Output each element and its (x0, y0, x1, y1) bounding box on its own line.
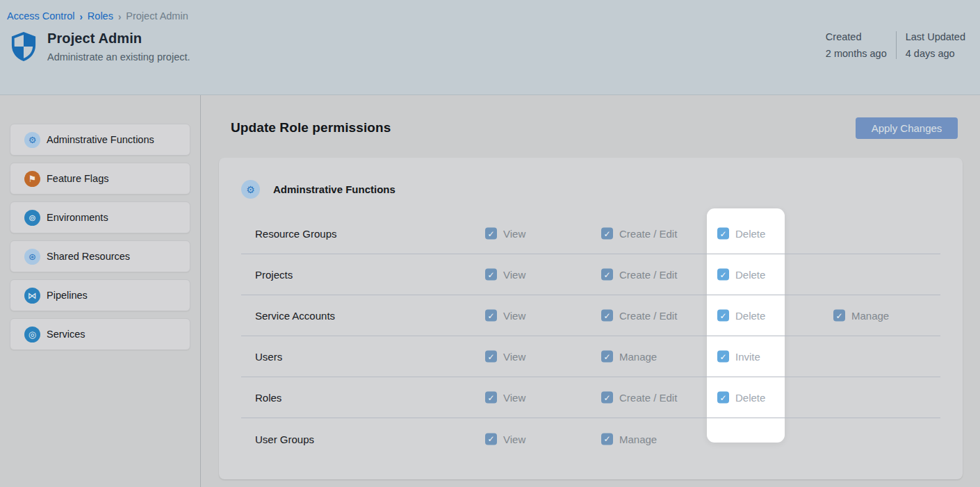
permission-label: View (503, 269, 525, 281)
permission-label: Manage (619, 351, 657, 363)
permission-label: View (503, 351, 525, 363)
checkbox[interactable]: ✓ (601, 433, 613, 445)
permission-label: Delete (735, 392, 765, 404)
permission-cell: ✓ View (485, 351, 525, 363)
check-icon: ✓ (487, 393, 494, 402)
meta-label: Last Updated (906, 31, 965, 42)
breadcrumb-separator-icon: › (80, 10, 83, 22)
header: Access Control›Roles›Project Admin Proje… (0, 0, 980, 95)
sidebar-item[interactable]: ⋈ Pipelines (10, 279, 190, 311)
checkbox[interactable]: ✓ (717, 351, 729, 363)
permission-cell: ✓ View (485, 310, 525, 322)
checkbox[interactable]: ✓ (717, 392, 729, 404)
flag-icon: ⚑ (24, 171, 40, 187)
services-icon: ◎ (24, 327, 40, 342)
permission-cell: ✓ Delete (717, 310, 765, 322)
permission-label: Invite (735, 351, 760, 363)
row-label: Service Accounts (255, 310, 335, 322)
meta-value: 2 months ago (826, 48, 887, 59)
check-icon: ✓ (603, 393, 610, 402)
checkbox[interactable]: ✓ (601, 351, 613, 363)
permission-cell: ✓ Create / Edit (601, 228, 677, 240)
sidebar-item[interactable]: ⚑ Feature Flags (10, 163, 190, 195)
breadcrumb-link[interactable]: Roles (88, 10, 113, 22)
sidebar-item[interactable]: ⊚ Environments (10, 201, 190, 233)
checkbox[interactable]: ✓ (717, 269, 729, 281)
permission-label: Create / Edit (619, 310, 677, 322)
pipeline-icon: ⋈ (24, 288, 40, 304)
permission-label: Create / Edit (619, 392, 677, 404)
sidebar-item-label: Environments (47, 212, 108, 223)
row-label: Resource Groups (255, 228, 337, 240)
checkbox[interactable]: ✓ (601, 392, 613, 404)
check-icon: ✓ (719, 229, 726, 238)
sidebar-item-label: Services (47, 329, 85, 340)
card-header: ⚙ Adminstrative Functions (241, 180, 940, 199)
check-icon: ✓ (487, 435, 494, 443)
checkbox[interactable]: ✓ (833, 310, 845, 322)
table-row: Users ✓ View ✓ Manage ✓ Invite (241, 336, 940, 377)
checkbox[interactable]: ✓ (601, 228, 613, 240)
breadcrumb: Access Control›Roles›Project Admin (7, 10, 980, 22)
checkbox[interactable]: ✓ (601, 269, 613, 281)
check-icon: ✓ (719, 311, 726, 320)
permission-label: Delete (735, 269, 765, 281)
table-row: Roles ✓ View ✓ Create / Edit ✓ Delete (241, 377, 940, 418)
check-icon: ✓ (603, 435, 610, 443)
checkbox[interactable]: ✓ (485, 269, 497, 281)
sidebar-item[interactable]: ◎ Services (10, 318, 190, 350)
permission-label: Create / Edit (619, 228, 677, 240)
permission-cell: ✓ Delete (717, 392, 765, 404)
check-icon: ✓ (487, 229, 494, 238)
permission-label: Manage (851, 310, 889, 322)
checkbox[interactable]: ✓ (601, 310, 613, 322)
body: ⚙ Adminstrative Functions ⚑ Feature Flag… (0, 95, 980, 487)
meta-column: Last Updated 4 days ago (896, 31, 974, 59)
row-label: Users (255, 351, 282, 363)
check-icon: ✓ (487, 311, 494, 320)
checkbox[interactable]: ✓ (485, 228, 497, 240)
apply-changes-button[interactable]: Apply Changes (856, 117, 958, 139)
permission-cell: ✓ Manage (833, 310, 889, 322)
permission-cell: ✓ Manage (601, 351, 657, 363)
permissions-card: ⚙ Adminstrative Functions Resource Group… (219, 158, 963, 479)
permission-label: View (503, 310, 525, 322)
checkbox[interactable]: ✓ (717, 228, 729, 240)
checkbox[interactable]: ✓ (485, 392, 497, 404)
permission-label: Create / Edit (619, 269, 677, 281)
breadcrumb-current: Project Admin (126, 10, 188, 22)
check-icon: ✓ (719, 270, 726, 279)
checkbox[interactable]: ✓ (485, 310, 497, 322)
sidebar-item[interactable]: ⊛ Shared Resources (10, 240, 190, 272)
sidebar-item-label: Feature Flags (47, 173, 108, 184)
check-icon: ✓ (487, 352, 494, 361)
main-content: Update Role permissions Apply Changes ⚙ … (201, 95, 980, 487)
check-icon: ✓ (603, 311, 610, 320)
checkbox[interactable]: ✓ (717, 310, 729, 322)
page: Access Control›Roles›Project Admin Proje… (0, 0, 980, 487)
permission-cell: ✓ Delete (717, 269, 765, 281)
check-icon: ✓ (603, 229, 610, 238)
permission-cell: ✓ View (485, 228, 525, 240)
meta-column: Created 2 months ago (817, 31, 896, 59)
permission-label: View (503, 392, 525, 404)
checkbox[interactable]: ✓ (485, 433, 497, 445)
sidebar-item[interactable]: ⚙ Adminstrative Functions (10, 124, 190, 156)
header-meta: Created 2 months ago Last Updated 4 days… (817, 31, 974, 59)
table-row: Projects ✓ View ✓ Create / Edit ✓ Delete (241, 254, 940, 295)
sidebar-item-label: Shared Resources (47, 251, 130, 262)
permission-label: View (503, 228, 525, 240)
permission-cell: ✓ View (485, 433, 525, 445)
permission-cell: ✓ Manage (601, 433, 657, 445)
shared-resources-icon: ⊛ (24, 249, 40, 265)
table-row: Service Accounts ✓ View ✓ Create / Edit … (241, 295, 940, 336)
permission-cell: ✓ Delete (717, 228, 765, 240)
page-title: Project Admin (47, 31, 190, 47)
checkbox[interactable]: ✓ (485, 351, 497, 363)
permission-label: Delete (735, 228, 765, 240)
permissions-table: Resource Groups ✓ View ✓ Create / Edit ✓… (241, 213, 940, 459)
breadcrumb-link[interactable]: Access Control (7, 10, 75, 22)
permission-cell: ✓ Create / Edit (601, 310, 677, 322)
main-title: Update Role permissions (231, 120, 391, 135)
permission-label: Manage (619, 433, 657, 445)
